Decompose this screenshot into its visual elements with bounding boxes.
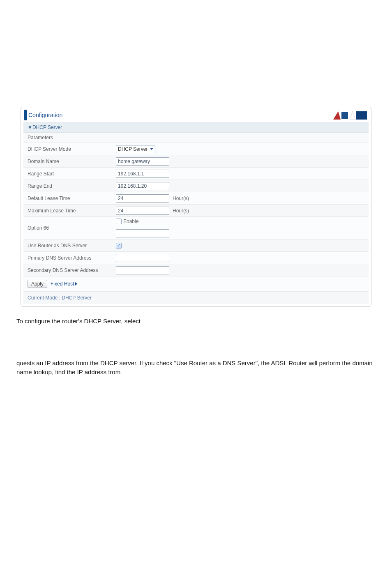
input-secondary-dns[interactable] bbox=[116, 266, 169, 274]
row-dhcp-server-mode: DHCP Server Mode DHCP Server bbox=[23, 143, 369, 155]
svg-marker-3 bbox=[356, 111, 367, 120]
dhcp-section-header[interactable]: ▼DHCP Server bbox=[23, 122, 369, 133]
row-max-lease: Maximum Lease Time Hour(s) bbox=[23, 205, 369, 217]
checkbox-option66[interactable] bbox=[116, 219, 122, 224]
row-default-lease: Default Lease Time Hour(s) bbox=[23, 192, 369, 205]
cell-max-lease: Hour(s) bbox=[116, 205, 369, 216]
svg-marker-2 bbox=[350, 111, 355, 120]
cell-primary-dns bbox=[116, 252, 369, 264]
cell-default-lease: Hour(s) bbox=[116, 193, 369, 204]
fixed-host-label: Fixed Host bbox=[51, 281, 74, 287]
label-secondary-dns: Secondary DNS Server Address bbox=[23, 265, 116, 276]
panel-body: ▼DHCP Server Parameters DHCP Server Mode… bbox=[21, 122, 371, 306]
input-option66[interactable] bbox=[116, 229, 169, 237]
row-range-end: Range End bbox=[23, 180, 369, 192]
cell-dhcp-server-mode: DHCP Server bbox=[116, 143, 369, 155]
label-domain-name: Domain Name bbox=[23, 156, 116, 167]
actions-row: Apply Fixed Host bbox=[23, 276, 369, 292]
row-range-start: Range Start bbox=[23, 168, 369, 180]
label-range-start: Range Start bbox=[23, 168, 116, 179]
current-mode: Current Mode : DHCP Server bbox=[23, 292, 369, 304]
panel-title: Configuration bbox=[28, 112, 62, 118]
cell-range-start bbox=[116, 168, 369, 180]
cell-range-end bbox=[116, 180, 369, 192]
svg-marker-0 bbox=[333, 111, 341, 120]
label-option66: Option 66 bbox=[23, 223, 116, 233]
label-use-router-dns: Use Router as DNS Server bbox=[23, 240, 116, 251]
cell-option66: Enable bbox=[116, 217, 369, 239]
input-max-lease[interactable] bbox=[116, 207, 169, 215]
page-body-text: To configure the router's DHCP Server, s… bbox=[16, 317, 376, 376]
label-max-lease: Maximum Lease Time bbox=[23, 205, 116, 216]
parameters-header: Parameters bbox=[23, 133, 369, 143]
cell-secondary-dns bbox=[116, 265, 369, 276]
select-dhcp-server-mode-value: DHCP Server bbox=[118, 146, 148, 152]
select-dhcp-server-mode[interactable]: DHCP Server bbox=[116, 145, 155, 153]
option66-enable-wrap: Enable bbox=[116, 219, 138, 224]
chevron-right-icon bbox=[75, 282, 77, 286]
brand-logo bbox=[332, 109, 367, 121]
apply-button[interactable]: Apply bbox=[28, 280, 47, 288]
unit-max-lease: Hour(s) bbox=[173, 208, 189, 214]
cell-domain-name bbox=[116, 156, 369, 167]
checkbox-use-router-dns[interactable]: ✓ bbox=[116, 243, 122, 249]
fixed-host-link[interactable]: Fixed Host bbox=[51, 281, 77, 287]
label-range-end: Range End bbox=[23, 181, 116, 191]
body-paragraph-2: quests an IP address from the DHCP serve… bbox=[16, 359, 376, 377]
body-paragraph-1: To configure the router's DHCP Server, s… bbox=[16, 317, 376, 326]
label-dhcp-server-mode: DHCP Server Mode bbox=[23, 144, 116, 154]
cell-use-router-dns: ✓ bbox=[116, 241, 369, 250]
logo-icon bbox=[332, 109, 367, 121]
panel-header: Configuration bbox=[21, 107, 371, 122]
input-range-end[interactable] bbox=[116, 182, 169, 190]
row-option66: Option 66 Enable bbox=[23, 217, 369, 239]
row-use-router-dns: Use Router as DNS Server ✓ bbox=[23, 239, 369, 252]
panel-header-left: Configuration bbox=[24, 110, 62, 120]
config-panel: Configuration ▼DHCP Server Parameters DH… bbox=[21, 107, 371, 307]
accent-bar bbox=[24, 110, 27, 120]
label-option66-enable: Enable bbox=[123, 219, 138, 224]
svg-rect-1 bbox=[341, 112, 348, 119]
unit-default-lease: Hour(s) bbox=[173, 196, 189, 201]
row-domain-name: Domain Name bbox=[23, 155, 369, 168]
input-default-lease[interactable] bbox=[116, 194, 169, 203]
label-primary-dns: Primary DNS Server Address bbox=[23, 253, 116, 263]
input-primary-dns[interactable] bbox=[116, 254, 169, 262]
input-range-start[interactable] bbox=[116, 170, 169, 178]
row-secondary-dns: Secondary DNS Server Address bbox=[23, 264, 369, 276]
row-primary-dns: Primary DNS Server Address bbox=[23, 252, 369, 264]
label-default-lease: Default Lease Time bbox=[23, 193, 116, 204]
input-domain-name[interactable] bbox=[116, 157, 169, 166]
chevron-down-icon bbox=[150, 148, 153, 150]
